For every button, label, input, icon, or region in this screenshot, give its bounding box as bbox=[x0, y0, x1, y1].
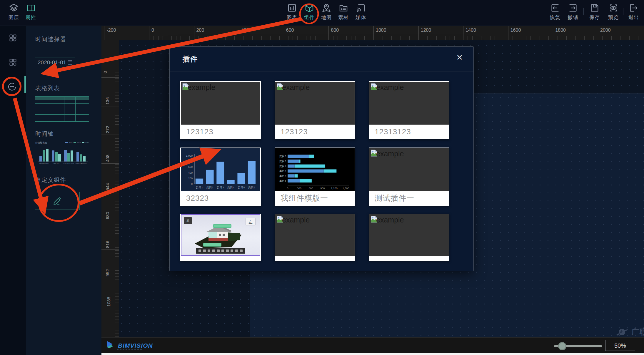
custom-component-edit-button[interactable] bbox=[35, 192, 80, 210]
svg-text:600: 600 bbox=[188, 165, 193, 168]
ruler-tick bbox=[101, 135, 119, 135]
svg-text:类目1: 类目1 bbox=[279, 180, 286, 182]
section-title-timepicker: 时间选择器 bbox=[35, 35, 66, 43]
ruler-label: 1800 bbox=[555, 28, 566, 33]
properties-icon bbox=[20, 3, 41, 14]
plugin-card[interactable]: 类目6类目5类目4类目3类目2类目103006009001,2001,500 我… bbox=[275, 148, 355, 206]
ruler-tick bbox=[101, 307, 119, 307]
table-cell bbox=[35, 97, 52, 100]
svg-text:类目4: 类目4 bbox=[227, 186, 234, 189]
table-cell bbox=[76, 114, 89, 118]
plugin-card[interactable]: ⌘ 左 bbox=[180, 214, 261, 261]
ruler-label: 200 bbox=[196, 28, 204, 33]
table-cell bbox=[52, 114, 64, 118]
table-cell bbox=[52, 118, 64, 121]
plugin-thumbnail-broken: example bbox=[369, 214, 449, 256]
more-plugins-icon[interactable] bbox=[7, 82, 17, 91]
calendar-icon bbox=[68, 60, 72, 65]
ruler-tick bbox=[101, 192, 119, 192]
date-picker-input[interactable]: 2020-01-01 bbox=[35, 58, 75, 67]
table-cell bbox=[76, 104, 89, 107]
ruler-label: 1600 bbox=[510, 28, 521, 33]
ruler-label: 952 bbox=[105, 269, 110, 277]
ruler-label: 600 bbox=[286, 28, 294, 33]
toolbar-preview-button[interactable]: 预览 bbox=[603, 3, 624, 21]
table-cell bbox=[64, 114, 75, 118]
table-cell bbox=[35, 104, 52, 107]
plugin-card[interactable]: example 123123 bbox=[275, 81, 355, 139]
zoom-percent-readout: 50% bbox=[605, 340, 635, 351]
svg-text:分组柱状图: 分组柱状图 bbox=[35, 141, 47, 144]
plugin-thumbnail-hbar-chart: 类目6类目5类目4类目3类目2类目103006009001,2001,500 bbox=[275, 148, 355, 191]
plugin-card[interactable]: example bbox=[369, 214, 449, 261]
plugin-card[interactable]: example 12313123 bbox=[369, 81, 449, 139]
table-cell bbox=[35, 107, 52, 111]
timeline-chart-thumbnail[interactable]: 分组柱状图201520162017Matcha LatteMilk TeaChe… bbox=[35, 140, 89, 166]
undo-icon bbox=[562, 3, 583, 14]
svg-text:1,200: 1,200 bbox=[331, 187, 338, 190]
plugin-card[interactable]: example 测试插件一 bbox=[369, 148, 449, 206]
broken-image-alt: example bbox=[282, 216, 310, 224]
ruler-tick bbox=[104, 26, 104, 40]
plugin-card[interactable]: 02004006008001,000类目1类目2类目3类目4类目5类目6 323… bbox=[180, 148, 261, 206]
widget-group-icon-2[interactable] bbox=[9, 58, 17, 66]
toolbar-label: 退出 bbox=[623, 14, 644, 21]
table-cell bbox=[52, 111, 64, 114]
toolbar-exit-button[interactable]: 退出 bbox=[623, 3, 644, 21]
toolbar-properties-button[interactable]: 属性 bbox=[20, 3, 41, 21]
svg-text:Cheese Cocoa: Cheese Cocoa bbox=[64, 163, 74, 165]
ruler-label: 1200 bbox=[421, 28, 431, 33]
toolbar-save-button[interactable]: 保存 bbox=[584, 3, 605, 21]
svg-text:Matcha Latte: Matcha Latte bbox=[39, 163, 49, 165]
table-cell bbox=[52, 104, 64, 107]
exit-icon bbox=[623, 3, 644, 14]
ruler-tick bbox=[101, 163, 119, 164]
ruler-tick bbox=[101, 249, 119, 250]
bim-label-chip bbox=[203, 243, 221, 247]
plugin-card-label: 测试插件一 bbox=[369, 191, 449, 205]
zoom-slider-thumb[interactable] bbox=[558, 342, 566, 350]
plugin-card[interactable]: example 123123 bbox=[180, 81, 261, 139]
table-cell bbox=[64, 111, 75, 114]
toolbar-media-button[interactable]: 媒体 bbox=[350, 3, 371, 21]
modal-title: 插件 bbox=[183, 54, 198, 64]
horizontal-ruler: -200020040060080010001200140016001800200… bbox=[101, 26, 644, 40]
svg-text:1,500: 1,500 bbox=[343, 187, 349, 190]
planet-logo-icon bbox=[615, 327, 628, 337]
plugin-thumbnail-broken: example bbox=[369, 148, 449, 191]
close-icon[interactable]: ✕ bbox=[456, 54, 463, 62]
table-cell bbox=[35, 114, 52, 118]
table-component-thumbnail[interactable] bbox=[35, 96, 89, 122]
toolbar-label: 媒体 bbox=[350, 14, 371, 21]
plugin-card-label: 123123 bbox=[181, 125, 260, 139]
ruler-label: 1400 bbox=[466, 28, 476, 33]
section-title-custom: 自定义组件 bbox=[35, 176, 66, 184]
bottom-status-bar: BIMVISION 50% bbox=[101, 337, 644, 353]
svg-text:类目4: 类目4 bbox=[279, 165, 286, 168]
pencil-icon bbox=[52, 196, 62, 206]
ruler-tick bbox=[553, 26, 553, 40]
modal-header: 插件 ✕ bbox=[170, 47, 473, 71]
plugin-card[interactable]: example bbox=[275, 214, 355, 261]
toolbar-label: 撤销 bbox=[562, 14, 583, 21]
ruler-label: 1088 bbox=[106, 297, 111, 307]
ruler-label: 800 bbox=[331, 28, 339, 33]
ruler-label: 816 bbox=[105, 241, 110, 248]
toolbar-undo-button[interactable]: 撤销 bbox=[562, 3, 583, 21]
broken-image-alt: example bbox=[188, 83, 216, 92]
table-cell bbox=[76, 111, 89, 114]
svg-text:1,000: 1,000 bbox=[186, 154, 193, 157]
component-sidebar: 时间选择器 2020-01-01 表格列表 时间轴 分组柱状图201520162… bbox=[26, 26, 101, 355]
ruler-tick bbox=[284, 26, 284, 40]
table-cell bbox=[76, 118, 89, 121]
left-icon-rail bbox=[0, 26, 26, 355]
widget-group-icon[interactable] bbox=[9, 34, 17, 42]
plugin-card-label: 32323 bbox=[181, 191, 260, 205]
watermark-text: 广联达视界 bbox=[631, 327, 644, 337]
plugin-thumbnail-broken: example bbox=[181, 82, 260, 125]
ruler-tick bbox=[194, 26, 194, 40]
svg-text:类目5: 类目5 bbox=[279, 160, 286, 163]
ruler-tick bbox=[598, 26, 598, 40]
ruler-tick bbox=[101, 77, 119, 78]
svg-text:900: 900 bbox=[320, 187, 325, 190]
